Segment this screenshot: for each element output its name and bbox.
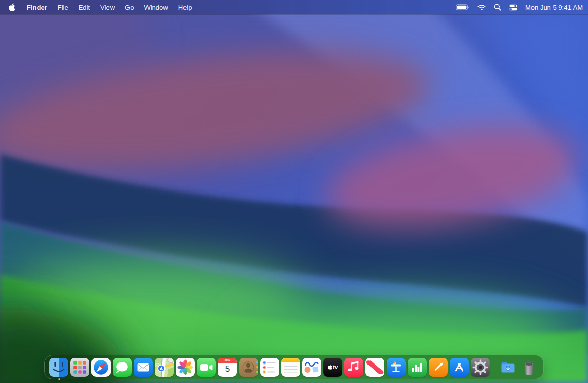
notes-icon — [281, 358, 300, 377]
dock-item-safari[interactable] — [91, 356, 111, 378]
tv-label: tv — [333, 364, 338, 370]
dock-item-maps[interactable] — [154, 356, 174, 378]
menu-bar: Finder File Edit View Go Window Help — [0, 0, 588, 14]
dock-item-notes[interactable] — [281, 356, 301, 378]
apple-tv-icon: tv — [323, 358, 342, 377]
dock-divider — [494, 357, 494, 377]
calendar-icon: JUN 5 — [218, 358, 237, 377]
keynote-icon — [387, 358, 406, 377]
app-store-icon — [450, 358, 469, 377]
control-center-icon[interactable] — [505, 0, 521, 14]
dock-item-system-settings[interactable] — [470, 356, 490, 378]
safari-icon — [91, 358, 111, 377]
dock-item-messages[interactable] — [112, 356, 132, 378]
messages-icon — [113, 358, 132, 377]
dock-item-calendar[interactable]: JUN 5 — [217, 356, 237, 378]
dock-item-app-store[interactable] — [449, 356, 469, 378]
photos-icon — [176, 358, 195, 377]
calendar-day-label: 5 — [218, 363, 237, 377]
apple-menu[interactable] — [8, 0, 22, 14]
desktop[interactable]: Finder File Edit View Go Window Help — [0, 0, 588, 383]
dock-item-keynote[interactable] — [386, 356, 406, 378]
system-settings-icon — [471, 358, 490, 377]
dock-item-launchpad[interactable] — [70, 356, 90, 378]
menu-item-view[interactable]: View — [95, 0, 120, 14]
menu-item-go[interactable]: Go — [120, 0, 139, 14]
dock-item-numbers[interactable] — [407, 356, 427, 378]
menu-bar-left: Finder File Edit View Go Window Help — [0, 0, 197, 14]
menu-item-edit[interactable]: Edit — [74, 0, 95, 14]
music-icon — [344, 358, 363, 377]
desktop-wallpaper — [0, 0, 588, 383]
contacts-icon — [239, 358, 258, 377]
facetime-icon — [197, 358, 216, 377]
freeform-icon — [302, 358, 321, 377]
dock: JUN 5 — [44, 355, 544, 379]
dock-item-music[interactable] — [344, 356, 364, 378]
launchpad-icon — [70, 358, 89, 377]
dock-item-photos[interactable] — [175, 356, 195, 378]
dock-item-contacts[interactable] — [238, 356, 259, 378]
menu-bar-clock[interactable]: Mon Jun 5 9:41 AM — [521, 4, 584, 11]
menu-item-help[interactable]: Help — [173, 0, 197, 14]
pages-icon — [429, 358, 448, 377]
downloads-folder-icon — [499, 358, 518, 377]
dock-item-reminders[interactable] — [260, 356, 280, 378]
wifi-icon[interactable] — [473, 0, 490, 14]
battery-icon[interactable] — [452, 0, 473, 14]
trash-icon — [520, 358, 539, 377]
apple-logo-icon — [9, 3, 15, 11]
dock-item-tv[interactable]: tv — [323, 356, 343, 378]
mail-icon — [134, 358, 153, 377]
dock-item-trash[interactable] — [519, 356, 539, 378]
numbers-icon — [408, 358, 427, 377]
finder-running-indicator — [58, 378, 60, 380]
dock-item-facetime[interactable] — [196, 356, 216, 378]
news-icon — [365, 358, 384, 377]
dock-item-finder[interactable] — [49, 356, 69, 378]
spotlight-search-icon[interactable] — [490, 0, 505, 14]
reminders-icon — [260, 358, 279, 377]
dock-item-pages[interactable] — [428, 356, 448, 378]
dock-item-freeform[interactable] — [302, 356, 322, 378]
menu-bar-status: Mon Jun 5 9:41 AM — [452, 0, 588, 14]
maps-icon — [155, 358, 174, 377]
menu-item-window[interactable]: Window — [139, 0, 173, 14]
calendar-month-label: JUN — [218, 358, 237, 363]
apple-logo-icon — [328, 365, 332, 370]
finder-icon — [49, 358, 68, 377]
dock-item-mail[interactable] — [133, 356, 153, 378]
menu-item-file[interactable]: File — [52, 0, 74, 14]
dock-item-news[interactable] — [365, 356, 385, 378]
dock-item-downloads[interactable] — [498, 356, 518, 378]
menu-item-finder[interactable]: Finder — [22, 0, 52, 14]
